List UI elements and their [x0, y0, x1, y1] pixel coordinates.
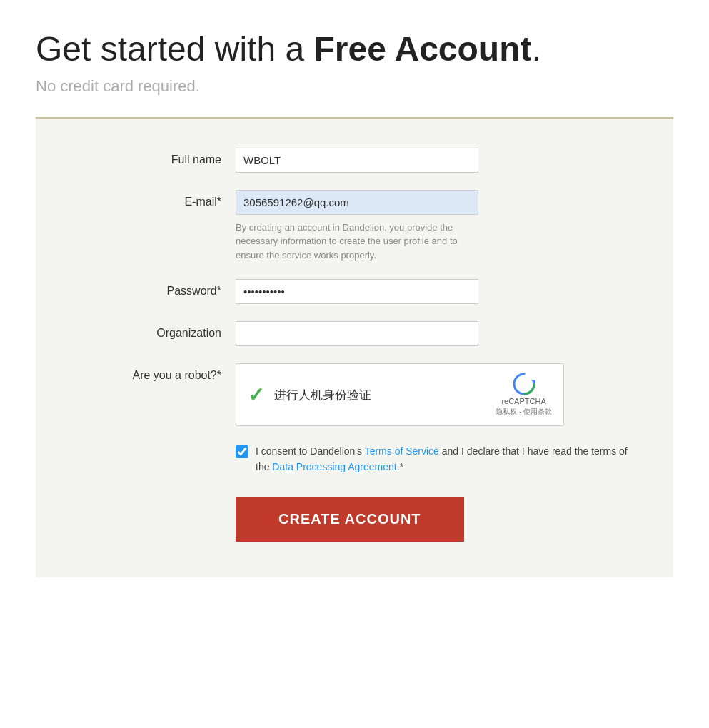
fullname-label: Full name [79, 148, 236, 166]
captcha-left: ✓ 进行人机身份验证 [248, 383, 371, 407]
consent-text: I consent to Dandelion's Terms of Servic… [256, 443, 630, 475]
email-hint: By creating an account in Dandelion, you… [236, 221, 478, 263]
page-header: Get started with a Free Account. No cred… [36, 29, 673, 96]
captcha-label: Are you a robot?* [79, 363, 236, 382]
recaptcha-icon [513, 373, 535, 395]
captcha-field: ✓ 进行人机身份验证 reCAPTCHA 隐私权 - 使用条款 [236, 363, 564, 426]
privacy-link[interactable]: 隐私权 [496, 408, 517, 415]
captcha-box[interactable]: ✓ 进行人机身份验证 reCAPTCHA 隐私权 - 使用条款 [236, 363, 564, 426]
organization-row: Organization [79, 321, 630, 346]
consent-checkbox[interactable] [236, 445, 248, 458]
captcha-right: reCAPTCHA 隐私权 - 使用条款 [496, 373, 552, 417]
password-input[interactable] [236, 279, 478, 304]
fullname-input[interactable] [236, 148, 478, 173]
page-title: Get started with a Free Account. [36, 29, 673, 70]
fullname-row: Full name [79, 148, 630, 173]
captcha-checkmark-icon: ✓ [248, 383, 264, 407]
email-field: By creating an account in Dandelion, you… [236, 190, 478, 263]
organization-label: Organization [79, 321, 236, 340]
registration-form-container: Full name E-mail* By creating an account… [36, 117, 673, 577]
consent-row: I consent to Dandelion's Terms of Servic… [79, 443, 630, 475]
organization-input[interactable] [236, 321, 478, 346]
terms-of-service-link[interactable]: Terms of Service [365, 445, 439, 457]
subtitle: No credit card required. [36, 77, 673, 96]
captcha-row: Are you a robot?* ✓ 进行人机身份验证 reCAPTCHA 隐… [79, 363, 630, 426]
data-processing-link[interactable]: Data Processing Agreement [272, 461, 396, 472]
create-account-button[interactable]: CREATE ACCOUNT [236, 497, 464, 542]
password-label: Password* [79, 279, 236, 298]
submit-row: CREATE ACCOUNT [79, 497, 630, 542]
password-field [236, 279, 478, 304]
email-label: E-mail* [79, 190, 236, 208]
captcha-text: 进行人机身份验证 [274, 387, 371, 403]
fullname-field [236, 148, 478, 173]
password-row: Password* [79, 279, 630, 304]
email-row: E-mail* By creating an account in Dandel… [79, 190, 630, 263]
recaptcha-links: 隐私权 - 使用条款 [496, 407, 552, 417]
recaptcha-label: reCAPTCHA [501, 397, 545, 405]
email-input[interactable] [236, 190, 478, 215]
terms-link[interactable]: 使用条款 [523, 408, 552, 415]
organization-field [236, 321, 478, 346]
